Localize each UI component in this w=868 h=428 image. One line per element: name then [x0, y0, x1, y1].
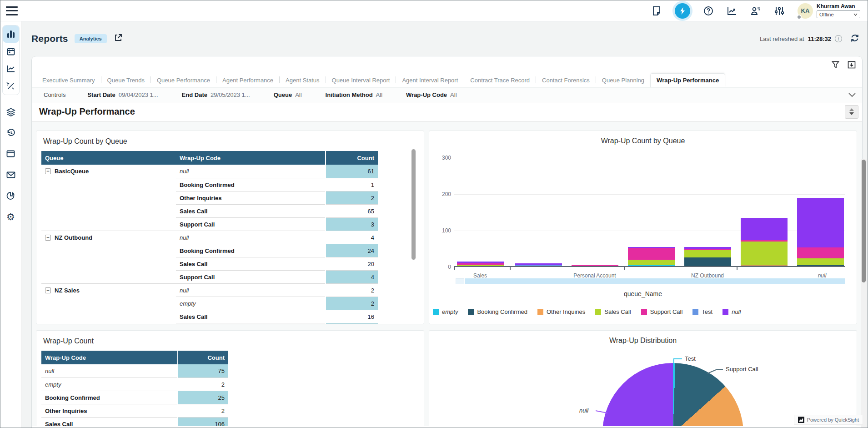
bar-segment-empty[interactable] [628, 265, 675, 266]
control-wrap-up-code[interactable]: Wrap-Up CodeAll [406, 91, 457, 98]
pie-chart[interactable] [602, 363, 743, 426]
stacked-bar-personal-account[interactable] [572, 265, 618, 266]
refresh-icon[interactable] [850, 34, 859, 44]
collapse-icon[interactable]: − [45, 168, 51, 174]
metrics-icon[interactable] [727, 5, 738, 16]
stacked-bar-sales[interactable] [457, 262, 504, 266]
sidebar-item-workspace[interactable] [3, 145, 19, 162]
collapse-icon[interactable]: − [45, 287, 51, 293]
tab-agent-interval-report[interactable]: Agent Interval Report [396, 74, 464, 87]
control-end-date[interactable]: End Date29/05/2023 1... [182, 91, 250, 98]
avatar[interactable]: KA [798, 3, 813, 19]
info-icon[interactable]: i [835, 35, 842, 42]
x-axis-label-sales: Sales [473, 272, 487, 279]
stacked-bar-nz-outbound[interactable] [684, 247, 731, 266]
bar-segment-support-call[interactable] [797, 247, 844, 258]
tab-contract-trace-record[interactable]: Contract Trace Record [464, 74, 536, 87]
controls-collapse-chevron-icon[interactable] [848, 91, 856, 98]
sheet-title: Wrap-Up Performance [39, 106, 135, 117]
collapse-icon[interactable]: − [45, 235, 51, 241]
legend-item-sales-call[interactable]: Sales Call [595, 308, 631, 315]
pivot-table: QueueWrap-Up CodeCount−BasicQueuenull61B… [41, 151, 424, 324]
sidebar-item-analytics[interactable] [3, 187, 19, 204]
stacked-bar-col-2[interactable] [515, 263, 562, 266]
x-axis-tick [510, 267, 511, 270]
legend-item-test[interactable]: Test [692, 308, 712, 315]
stacked-bar-col-4[interactable] [628, 247, 675, 266]
contacts-icon[interactable] [750, 5, 761, 16]
sidebar-item-reports[interactable] [3, 25, 19, 43]
sidebar-item-layers[interactable] [3, 103, 19, 121]
count-cell: 3 [326, 217, 378, 231]
tab-queue-planning[interactable]: Queue Planning [596, 74, 650, 87]
status-select[interactable]: Offline [817, 10, 860, 18]
table-row: −BasicQueuenull61 [41, 165, 424, 178]
y-axis-tick-label: 0 [433, 264, 451, 270]
bar-segment-support-call[interactable] [628, 248, 675, 260]
sidebar-item-mail[interactable] [3, 166, 19, 183]
legend-item-booking-confirmed[interactable]: Booking Confirmed [468, 308, 527, 315]
sidebar-item-history[interactable] [3, 124, 19, 141]
bar-segment-sales-call[interactable] [797, 258, 844, 265]
wrapup-code-cell: Support Call [176, 270, 325, 283]
queue-cell [41, 217, 176, 231]
sheet-scroll-spinner[interactable] [845, 105, 858, 119]
bar-segment-booking-confirmed[interactable] [741, 266, 788, 266]
bar-segment-booking-confirmed[interactable] [797, 265, 844, 266]
notes-icon[interactable] [651, 5, 662, 16]
window-icon [6, 150, 15, 157]
tab-contact-forensics[interactable]: Contact Forensics [536, 74, 596, 87]
bar-segment-null[interactable] [741, 218, 788, 240]
sidebar-item-settings[interactable]: ⚙ [3, 208, 19, 225]
tab-executive-summary[interactable]: Executive Summary [36, 74, 101, 87]
hamburger-menu-icon[interactable] [6, 6, 18, 15]
legend-label: null [732, 308, 741, 315]
tab-queue-trends[interactable]: Queue Trends [101, 74, 151, 87]
stacked-bar-col-6[interactable] [741, 218, 788, 266]
pivot-table-scrollbar[interactable] [411, 149, 416, 260]
chart-hscrollbar[interactable] [465, 278, 845, 284]
legend-item-empty[interactable]: empty [433, 308, 458, 315]
bar-segment-test[interactable] [515, 265, 562, 266]
control-value: All [376, 91, 382, 98]
bar-segment-sales-call[interactable] [628, 260, 675, 266]
assist-lightning-button[interactable] [675, 3, 690, 19]
export-icon[interactable] [848, 61, 856, 70]
control-start-date[interactable]: Start Date09/04/2023 1... [87, 91, 158, 98]
legend-item-support-call[interactable]: Support Call [641, 308, 683, 315]
external-link-icon[interactable] [114, 34, 122, 44]
bar-segment-sales-call[interactable] [741, 242, 788, 265]
bar-segment-sales-call[interactable] [684, 250, 731, 257]
tab-queue-performance[interactable]: Queue Performance [151, 74, 216, 87]
sidebar-item-calendar[interactable] [3, 43, 19, 60]
tab-wrap-up-performance[interactable]: Wrap-Up Performance [650, 73, 725, 87]
bar-segment-booking-confirmed[interactable] [684, 257, 731, 266]
control-queue[interactable]: QueueAll [274, 91, 302, 98]
tab-queue-interval-report[interactable]: Queue Interval Report [326, 74, 396, 87]
spinner-down-icon[interactable] [849, 112, 854, 115]
wrapup-code-value: Sales Call [180, 261, 207, 267]
bar-segment-null[interactable] [797, 198, 844, 248]
powered-by-text: Powered by QuickSight [807, 417, 859, 423]
bar-segment-support-call[interactable] [572, 265, 618, 266]
settings-sliders-icon[interactable] [774, 5, 785, 16]
pivot-title: Wrap-Up Count by Queue [36, 131, 424, 146]
tab-agent-performance[interactable]: Agent Performance [216, 74, 279, 87]
bar-segment-sales-call[interactable] [457, 265, 504, 266]
sidebar-item-metrics[interactable] [3, 60, 19, 77]
table-row: −NZ Salesnull2 [41, 283, 424, 297]
legend-item-null[interactable]: null [722, 308, 741, 315]
chart-hscroll-corner[interactable] [456, 278, 464, 284]
spinner-up-icon[interactable] [849, 108, 854, 111]
wrapup-code-value: Booking Confirmed [45, 394, 100, 401]
wrapup-code-cell: Other Inquiries [41, 404, 177, 417]
help-icon[interactable] [703, 5, 714, 16]
page-vscrollbar-track[interactable] [861, 159, 867, 428]
page-vscrollbar-thumb[interactable] [862, 160, 866, 282]
tab-agent-status[interactable]: Agent Status [280, 74, 325, 87]
control-initiation-method[interactable]: Initiation MethodAll [326, 91, 382, 98]
sidebar-item-design[interactable] [3, 77, 19, 95]
filter-icon[interactable] [832, 61, 839, 70]
stacked-bar-null[interactable] [797, 198, 844, 266]
legend-item-other-inquiries[interactable]: Other Inquiries [537, 308, 585, 315]
